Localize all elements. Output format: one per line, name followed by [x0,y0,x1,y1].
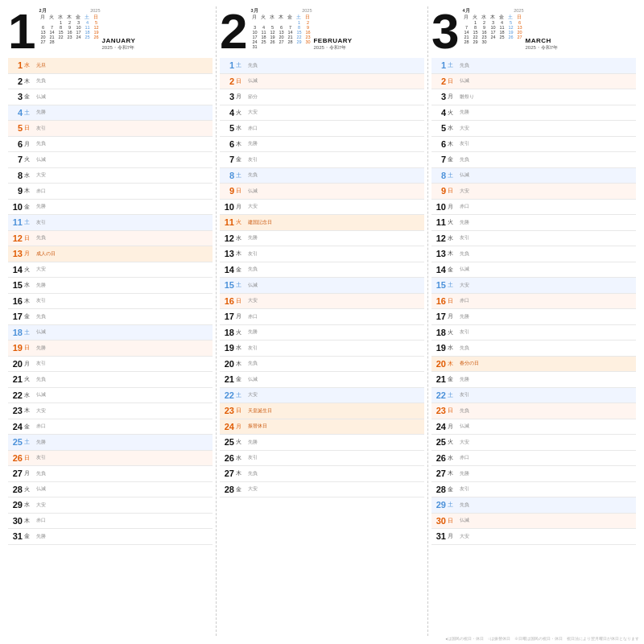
day-weekday: 日 [24,234,34,242]
day-weekday: 日 [236,187,246,195]
day-number: 28 [220,485,234,494]
day-row: 14金先負 [220,262,424,279]
day-weekday: 火 [24,155,34,163]
day-weekday: 水 [236,234,246,242]
day-note: 先勝 [457,471,636,477]
day-row: 4火大安 [220,105,424,122]
day-number: 6 [431,139,446,149]
day-number: 3 [431,92,446,101]
day-row: 7火仏滅 [8,152,213,168]
day-note: 赤口 [34,188,213,194]
day-row: 10金先勝 [8,200,213,216]
day-number: 8 [8,171,23,180]
day-note: 先負 [457,345,636,351]
day-weekday: 土 [24,438,34,446]
day-row: 4土先勝 [8,105,213,122]
day-note: 友引 [34,455,213,460]
day-note: 仏滅 [246,78,424,84]
day-number: 20 [220,359,234,369]
day-row: 9日仏滅 [220,184,424,200]
day-note: 先負 [246,266,424,272]
day-number: 16 [220,296,234,306]
day-number: 22 [431,390,446,400]
day-weekday: 月 [448,532,457,540]
day-row: 27月先負 [8,466,213,482]
day-row: 23木大安 [8,403,213,419]
month-name-block-1: FEBRUARY2025・令和7年 [313,37,352,52]
day-row: 6木友引 [431,137,636,153]
day-note: 友引 [246,157,424,163]
day-note: 先負 [457,157,636,163]
day-weekday: 火 [236,438,246,446]
month-number-1: 1 [8,6,35,56]
day-row: 7金友引 [220,152,424,168]
day-note: 赤口 [34,518,213,523]
day-number: 4 [431,108,446,118]
day-weekday: 金 [448,266,457,274]
day-number: 4 [220,108,234,118]
day-weekday: 月 [24,140,34,148]
day-note: 先勝 [457,314,636,320]
day-note: 振替休日 [246,423,424,429]
day-note: 仏滅 [457,266,636,272]
day-weekday: 日 [448,407,457,415]
day-note: 仏滅 [457,78,636,84]
columns-wrapper: 12月2025月火水木金土日12345678910111213141516171… [5,6,639,636]
day-note: 雛祭り [457,94,636,100]
day-weekday: 土 [448,281,457,289]
day-row: 7金先負 [431,152,636,168]
day-row: 9日大安 [431,184,636,200]
day-weekday: 土 [24,218,34,226]
day-note: 仏滅 [34,157,213,163]
day-weekday: 水 [24,501,34,509]
days-list-2: 1土先負2日仏滅3月雛祭り4火先勝5水大安6木友引7金先負8土仏滅9日大安10月… [431,58,636,636]
day-note: 大安 [457,188,636,194]
day-row: 3月雛祭り [431,89,636,105]
day-row: 15土大安 [431,278,636,294]
day-row: 20木春分の日 [431,357,636,373]
day-row: 21金先勝 [431,372,636,388]
day-note: 大安 [246,486,424,492]
day-weekday: 土 [236,61,246,69]
day-row: 26日友引 [8,451,213,467]
day-number: 15 [220,280,234,290]
day-note: 赤口 [246,126,424,131]
day-row: 31月大安 [431,529,636,545]
day-weekday: 水 [24,171,34,180]
day-number: 27 [431,469,446,478]
day-weekday: 日 [24,124,34,132]
day-note: 先勝 [246,329,424,335]
day-row: 16日大安 [220,294,424,310]
day-note: 先負 [457,63,636,68]
day-weekday: 日 [236,77,246,85]
day-note: 先負 [457,251,636,257]
day-note: 友引 [34,298,213,303]
day-weekday: 水 [24,281,34,289]
day-weekday: 木 [24,407,34,415]
day-row: 14火大安 [8,262,213,279]
day-weekday: 月 [24,469,34,477]
day-number: 14 [8,265,23,275]
day-weekday: 日 [448,517,457,525]
day-weekday: 金 [24,423,34,431]
day-weekday: 月 [448,93,457,101]
day-number: 13 [8,249,23,258]
day-weekday: 木 [448,360,457,368]
mini-cal-1: 3月2025月火水木金土日123456789101112131415161718… [250,8,312,49]
day-number: 21 [220,374,234,384]
day-number: 13 [220,249,234,258]
day-number: 3 [220,92,234,101]
day-weekday: 土 [448,501,457,509]
day-number: 5 [431,123,446,133]
day-number: 10 [8,202,23,212]
day-note: 友引 [457,486,636,492]
day-number: 7 [431,155,446,164]
day-note: 友引 [457,392,636,398]
day-note: 友引 [34,220,213,225]
day-weekday: 火 [448,109,457,117]
day-number: 18 [431,328,446,337]
day-weekday: 金 [448,155,457,163]
day-note: 先負 [34,471,213,477]
day-note: 仏滅 [457,423,636,429]
day-note: 大安 [34,172,213,178]
